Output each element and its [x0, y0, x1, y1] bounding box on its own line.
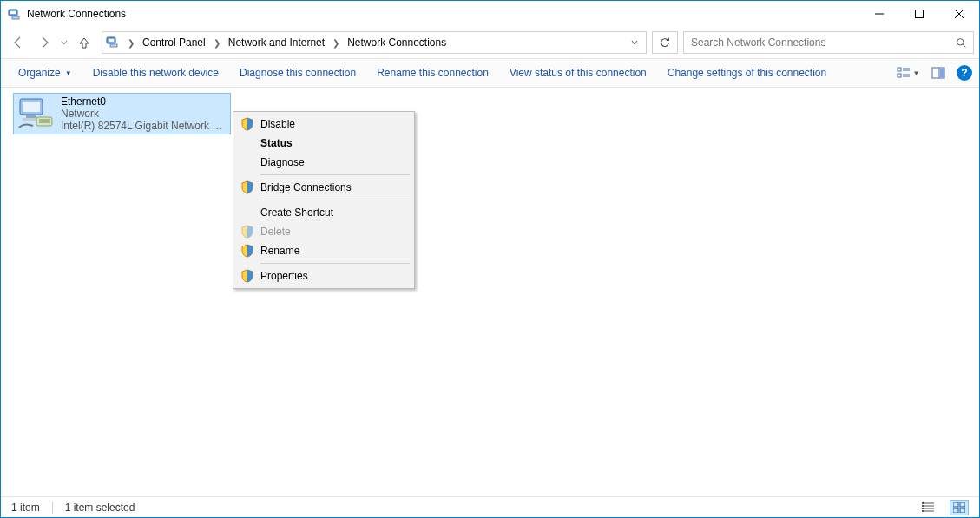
chevron-down-icon: ▼: [913, 69, 920, 77]
svg-rect-9: [110, 44, 117, 47]
search-icon[interactable]: [954, 37, 968, 49]
menu-label: Diagnose: [260, 156, 305, 168]
refresh-button[interactable]: [652, 31, 678, 54]
svg-rect-36: [953, 502, 958, 507]
window: Network Connections: [0, 0, 980, 518]
organize-label: Organize: [18, 67, 61, 79]
menu-separator: [260, 263, 410, 264]
chevron-down-icon: ▼: [65, 69, 72, 77]
menu-label: Disable: [260, 118, 295, 130]
maximize-button[interactable]: [899, 1, 939, 27]
context-menu: Disable Status Diagnose Bridge Connectio…: [233, 111, 415, 289]
status-divider: [52, 502, 53, 514]
svg-rect-2: [12, 16, 19, 19]
adapter-device: Intel(R) 82574L Gigabit Network C...: [61, 120, 226, 132]
change-settings-command[interactable]: Change settings of this connection: [657, 59, 837, 87]
shield-icon: [240, 225, 254, 239]
svg-rect-13: [898, 74, 901, 77]
menu-label: Bridge Connections: [260, 181, 352, 193]
svg-rect-32: [922, 502, 924, 504]
window-title: Network Connections: [27, 8, 126, 20]
back-button[interactable]: [6, 30, 30, 55]
adapter-info: Ethernet0 Network Intel(R) 82574L Gigabi…: [61, 95, 226, 132]
shield-icon: [240, 269, 254, 283]
adapter-network: Network: [61, 108, 226, 120]
svg-rect-35: [922, 510, 924, 512]
forward-button[interactable]: [32, 30, 56, 55]
menu-separator: [260, 200, 410, 200]
close-button[interactable]: [939, 1, 979, 27]
shield-icon: [240, 244, 254, 258]
menu-rename[interactable]: Rename: [236, 241, 411, 260]
search-input[interactable]: [689, 36, 954, 49]
address-dropdown[interactable]: [627, 39, 642, 46]
navbar: ❯ Control Panel ❯ Network and Internet ❯…: [1, 27, 979, 58]
status-item-count: 1 item: [11, 502, 40, 514]
app-icon: [8, 7, 22, 21]
recent-dropdown[interactable]: [58, 30, 70, 55]
svg-rect-38: [953, 508, 958, 513]
menu-disable[interactable]: Disable: [236, 115, 411, 134]
svg-rect-34: [922, 508, 924, 509]
svg-rect-12: [898, 68, 901, 71]
svg-rect-39: [960, 508, 965, 513]
svg-rect-1: [10, 11, 16, 14]
chevron-right-icon[interactable]: ❯: [211, 38, 223, 48]
rename-command[interactable]: Rename this connection: [366, 59, 499, 87]
view-status-command[interactable]: View status of this connection: [499, 59, 657, 87]
menu-properties[interactable]: Properties: [236, 266, 411, 285]
menu-label: Status: [260, 137, 293, 149]
network-adapter-item[interactable]: Ethernet0 Network Intel(R) 82574L Gigabi…: [13, 93, 231, 134]
svg-rect-4: [916, 10, 924, 18]
svg-rect-8: [109, 39, 114, 42]
disable-device-command[interactable]: Disable this network device: [82, 59, 229, 87]
breadcrumb-item[interactable]: Control Panel: [139, 32, 209, 53]
svg-rect-25: [36, 117, 52, 126]
menu-create-shortcut[interactable]: Create Shortcut: [236, 203, 411, 222]
shield-icon: [240, 180, 254, 194]
adapter-name: Ethernet0: [61, 95, 226, 108]
minimize-button[interactable]: [859, 1, 899, 27]
status-selected-count: 1 item selected: [65, 502, 135, 514]
view-options-button[interactable]: ▼: [891, 62, 925, 84]
chevron-right-icon[interactable]: ❯: [125, 38, 137, 48]
chevron-right-icon[interactable]: ❯: [330, 38, 342, 48]
menu-diagnose[interactable]: Diagnose: [236, 153, 411, 172]
help-button[interactable]: ?: [957, 65, 972, 81]
tiles-view-button[interactable]: [950, 500, 969, 515]
diagnose-command[interactable]: Diagnose this connection: [229, 59, 366, 87]
search-box[interactable]: [683, 31, 974, 54]
menu-label: Create Shortcut: [260, 207, 333, 219]
organize-menu[interactable]: Organize ▼: [8, 59, 82, 87]
menu-label: Delete: [260, 226, 291, 238]
menu-separator: [260, 174, 410, 175]
menu-delete: Delete: [236, 222, 411, 241]
svg-rect-22: [23, 102, 40, 112]
menu-label: Rename: [260, 245, 299, 257]
svg-rect-23: [26, 115, 36, 118]
command-bar: Organize ▼ Disable this network device D…: [1, 58, 979, 88]
breadcrumb-item[interactable]: Network and Internet: [225, 32, 328, 53]
svg-point-10: [957, 38, 963, 44]
svg-line-11: [963, 44, 965, 47]
titlebar: Network Connections: [1, 1, 979, 27]
content-area[interactable]: Ethernet0 Network Intel(R) 82574L Gigabi…: [1, 88, 979, 496]
shield-icon: [240, 117, 254, 131]
menu-label: Properties: [260, 270, 308, 282]
svg-rect-33: [922, 505, 924, 507]
address-bar[interactable]: ❯ Control Panel ❯ Network and Internet ❯…: [102, 31, 647, 54]
preview-pane-button[interactable]: [927, 62, 950, 84]
status-bar: 1 item 1 item selected: [1, 496, 979, 517]
up-button[interactable]: [72, 30, 96, 55]
svg-rect-37: [960, 502, 965, 507]
svg-rect-20: [940, 69, 944, 77]
location-icon: [106, 35, 122, 50]
breadcrumb-item[interactable]: Network Connections: [344, 32, 450, 53]
details-view-button[interactable]: [918, 500, 937, 515]
adapter-icon: [17, 96, 56, 131]
menu-status[interactable]: Status: [236, 134, 411, 153]
menu-bridge[interactable]: Bridge Connections: [236, 178, 411, 197]
